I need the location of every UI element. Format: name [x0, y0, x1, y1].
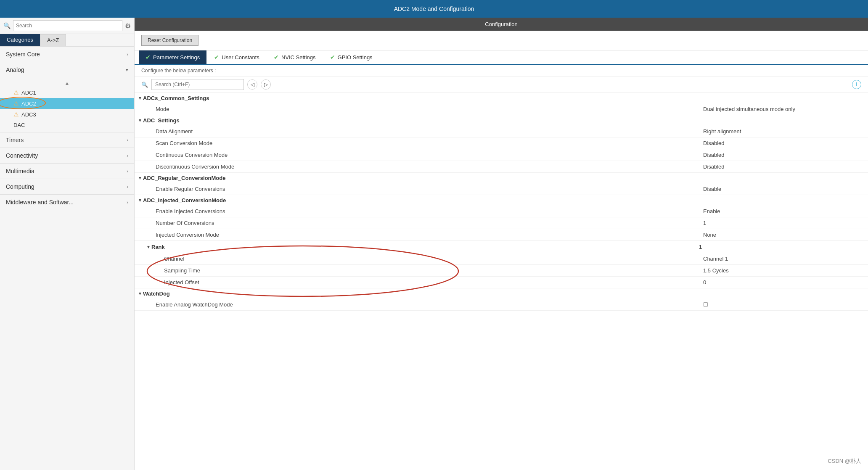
tab-atoz[interactable]: A->Z [40, 34, 66, 46]
category-computing: Computing [0, 179, 134, 195]
sidebar-item-adc2[interactable]: ⚠ ADC2 [0, 98, 134, 109]
param-settings-check-icon: ✔ [146, 54, 151, 61]
param-mode-name: Mode [135, 106, 700, 112]
params-search-input[interactable] [151, 79, 244, 90]
params-hint-text: Configure the below parameters : [141, 68, 216, 74]
row-injected-offset[interactable]: Injected Offset 0 [135, 277, 868, 288]
sidebar-item-adc3[interactable]: ⚠ ADC3 [0, 109, 134, 120]
category-timers-header[interactable]: Timers [0, 132, 134, 148]
gpio-check-icon: ✔ [330, 54, 335, 61]
rank-toggle: ▾ [147, 244, 150, 250]
row-injected-conversion-mode[interactable]: Injected Conversion Mode None [135, 229, 868, 241]
param-channel-name: Channel [135, 256, 700, 262]
nav-prev-button[interactable]: ◁ [247, 79, 257, 90]
params-search-bar: 🔍 ◁ ▷ i [135, 77, 868, 93]
nvic-check-icon: ✔ [274, 54, 279, 61]
row-enable-analog-watchdog[interactable]: Enable Analog WatchDog Mode ☐ [135, 299, 868, 311]
row-number-of-conversions[interactable]: Number Of Conversions 1 [135, 217, 868, 229]
nav-next-button[interactable]: ▷ [261, 79, 271, 90]
config-tabs-row: ✔ Parameter Settings ✔ User Constants ✔ … [135, 50, 868, 65]
adc2-label: ADC2 [21, 100, 36, 107]
multimedia-label: Multimedia [6, 168, 34, 174]
dac-label: DAC [13, 122, 25, 128]
param-enable-injected-name: Enable Injected Conversions [135, 208, 700, 214]
row-sampling-time[interactable]: Sampling Time 1.5 Cycles [135, 265, 868, 277]
adcs-common-label: ADCs_Common_Settings [143, 95, 209, 101]
sidebar-item-dac[interactable]: DAC [0, 120, 134, 130]
row-discontinuous-conversion-mode[interactable]: Discontinuous Conversion Mode Disabled [135, 161, 868, 173]
computing-arrow [127, 184, 128, 189]
reset-configuration-button[interactable]: Reset Configuration [141, 35, 198, 46]
param-discontinuous-conversion-name: Discontinuous Conversion Mode [135, 164, 700, 170]
adc1-warning-icon: ⚠ [13, 89, 19, 96]
adc-settings-toggle: ▾ [139, 118, 141, 123]
param-enable-analog-watchdog-name: Enable Analog WatchDog Mode [135, 301, 700, 308]
group-adc-settings-header[interactable]: ▾ ADC_Settings [135, 115, 868, 126]
category-multimedia-header[interactable]: Multimedia [0, 164, 134, 179]
adc-regular-label: ADC_Regular_ConversionMode [143, 175, 225, 181]
category-connectivity-header[interactable]: Connectivity [0, 148, 134, 163]
adc3-label: ADC3 [21, 111, 36, 118]
tab-user-constants[interactable]: ✔ User Constants [207, 50, 266, 64]
row-data-alignment[interactable]: Data Alignment Right alignment [135, 126, 868, 137]
group-watchdog-header[interactable]: ▾ WatchDog [135, 288, 868, 299]
connectivity-arrow [127, 153, 128, 158]
param-discontinuous-conversion-value: Disabled [700, 163, 868, 171]
group-adcs-common-header[interactable]: ▾ ADCs_Common_Settings [135, 93, 868, 103]
param-continuous-conversion-name: Continuous Conversion Mode [135, 152, 700, 158]
multimedia-arrow [127, 169, 128, 174]
param-mode-value: Dual injected simultaneous mode only [700, 105, 868, 113]
sidebar-search-input[interactable] [13, 20, 122, 31]
adcs-common-toggle: ▾ [139, 95, 141, 101]
tab-gpio-settings[interactable]: ✔ GPIO Settings [323, 50, 379, 64]
info-button[interactable]: i [852, 80, 861, 89]
gpio-settings-label: GPIO Settings [338, 54, 373, 61]
rank-value: 1 [696, 243, 864, 251]
category-multimedia: Multimedia [0, 164, 134, 179]
settings-icon[interactable]: ⚙ [125, 22, 131, 30]
sidebar: 🔍 ⚙ Categories A->Z System Core Analog [0, 18, 135, 470]
toolbar: Reset Configuration [135, 31, 868, 50]
param-enable-regular-name: Enable Regular Conversions [135, 186, 700, 192]
row-enable-regular-conversions[interactable]: Enable Regular Conversions Disable [135, 183, 868, 195]
category-middleware: Middleware and Softwar... [0, 195, 134, 210]
adc2-warning-icon: ⚠ [13, 100, 19, 107]
main-content: Configuration Reset Configuration ✔ Para… [135, 18, 868, 470]
row-continuous-conversion-mode[interactable]: Continuous Conversion Mode Disabled [135, 149, 868, 161]
row-enable-injected-conversions[interactable]: Enable Injected Conversions Enable [135, 206, 868, 217]
params-table: ▾ ADCs_Common_Settings Mode Dual injecte… [135, 93, 868, 470]
category-middleware-header[interactable]: Middleware and Softwar... [0, 195, 134, 210]
adc1-label: ADC1 [21, 90, 36, 96]
param-injected-conversion-mode-name: Injected Conversion Mode [135, 232, 700, 238]
sidebar-content: System Core Analog ▲ ⚠ [0, 47, 134, 470]
params-hint: Configure the below parameters : [135, 65, 868, 77]
row-scan-conversion-mode[interactable]: Scan Conversion Mode Disabled [135, 137, 868, 149]
system-core-label: System Core [6, 51, 40, 58]
row-mode[interactable]: Mode Dual injected simultaneous mode onl… [135, 103, 868, 115]
group-adc-injected-header[interactable]: ▾ ADC_Injected_ConversionMode [135, 195, 868, 206]
category-system-core: System Core [0, 47, 134, 62]
sidebar-tabs: Categories A->Z [0, 34, 134, 47]
sidebar-item-adc1[interactable]: ⚠ ADC1 [0, 87, 134, 98]
row-channel[interactable]: Channel Channel 1 [135, 253, 868, 265]
category-system-core-header[interactable]: System Core [0, 47, 134, 62]
param-number-of-conversions-value: 1 [700, 219, 868, 227]
tab-categories[interactable]: Categories [0, 34, 40, 46]
analog-items: ▲ ⚠ ADC1 ⚠ ADC2 [0, 77, 134, 132]
category-analog-header[interactable]: Analog [0, 62, 134, 77]
analog-label: Analog [6, 66, 24, 73]
system-core-arrow [127, 52, 128, 57]
tab-nvic-settings[interactable]: ✔ NVIC Settings [267, 50, 323, 64]
param-enable-injected-value: Enable [700, 207, 868, 215]
group-adc-regular-header[interactable]: ▾ ADC_Regular_ConversionMode [135, 173, 868, 183]
params-search-icon: 🔍 [141, 82, 148, 88]
category-computing-header[interactable]: Computing [0, 179, 134, 194]
adc-settings-label: ADC_Settings [143, 117, 180, 124]
param-data-alignment-name: Data Alignment [135, 128, 700, 135]
user-constants-check-icon: ✔ [214, 54, 219, 61]
watchdog-toggle: ▾ [139, 291, 141, 296]
tab-parameter-settings[interactable]: ✔ Parameter Settings [139, 50, 206, 64]
param-channel-value: Channel 1 [700, 255, 868, 263]
middleware-arrow [127, 200, 128, 205]
group-rank-header[interactable]: ▾ Rank 1 [135, 241, 868, 253]
